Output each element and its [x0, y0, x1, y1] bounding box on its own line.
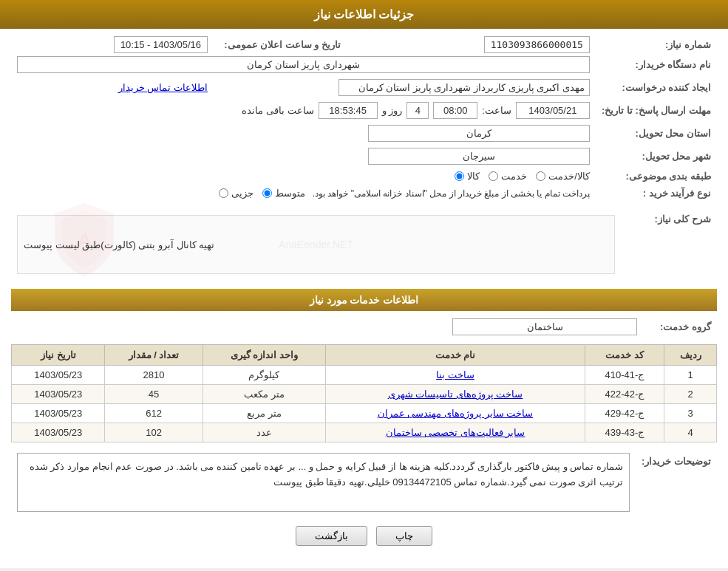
group-service-value: ساختمان: [452, 318, 637, 335]
category-label: طبقه بندی موضوعی:: [596, 168, 717, 185]
announce-date-label: تاریخ و ساعت اعلان عمومی:: [214, 36, 347, 53]
col-row-num: ردیف: [664, 345, 717, 366]
buyer-notes-table: توضیحات خریدار: شماره تماس و پیش فاکتور …: [11, 450, 717, 515]
category-radio-khedmat[interactable]: [489, 171, 498, 181]
col-unit: واحد اندازه گیری: [203, 345, 326, 366]
deadline-time-label: ساعت:: [482, 105, 511, 116]
services-table-header-row: ردیف کد خدمت نام خدمت واحد اندازه گیری ت…: [12, 345, 717, 366]
creator-label: ایجاد کننده درخواست:: [596, 76, 717, 99]
purchase-type-radio-jozi[interactable]: [219, 188, 228, 198]
need-description-label: شرح کلی نیاز:: [621, 208, 717, 281]
purchase-type-row: نوع فرآیند خرید : متوسط جزیی: [11, 185, 717, 202]
creator-row: ایجاد کننده درخواست: مهدی اکبری پاریزی ک…: [11, 76, 717, 99]
cell-row-num: 3: [664, 404, 717, 423]
contact-link-cell: اطلاعات تماس خریدار: [11, 76, 214, 99]
cell-service-name[interactable]: ساخت سایر پروژه‌های مهندسی عمران: [326, 404, 585, 423]
buyer-notes-row: توضیحات خریدار: شماره تماس و پیش فاکتور …: [11, 450, 717, 515]
buyer-org-value-cell: شهرداری پاریز استان کرمان: [11, 53, 596, 76]
group-service-row: گروه خدمت: ساختمان: [11, 315, 717, 338]
purchase-type-note: پرداخت تمام یا بخشی از مبلغ خریدار از مح…: [313, 188, 590, 199]
page-title: جزئیات اطلاعات نیاز: [314, 8, 415, 21]
group-service-value-cell: ساختمان: [11, 315, 643, 338]
need-description-area: A AnaEender.NET تهیه کانال آبرو بتنی (کا…: [17, 215, 615, 274]
button-row: چاپ بازگشت: [11, 526, 717, 546]
province-row: استان محل تحویل: کرمان: [11, 122, 717, 145]
buyer-org-row: نام دستگاه خریدار: شهرداری پاریز استان ک…: [11, 53, 717, 76]
announce-date-cell: 1403/05/16 - 10:15: [11, 36, 214, 53]
table-row: 1 ج-41-410 ساخت بنا کیلوگرم 2810 1403/05…: [12, 366, 717, 385]
info-table: شماره نیاز: 1103093866000015 تاریخ و ساع…: [11, 36, 717, 202]
deadline-remaining: 18:53:45: [319, 102, 378, 119]
group-service-table: گروه خدمت: ساختمان: [11, 315, 717, 338]
cell-quantity: 612: [105, 404, 203, 423]
category-option-kala-khedmat[interactable]: کالا/خدمت: [536, 171, 590, 182]
back-button[interactable]: بازگشت: [296, 526, 367, 546]
need-description-text: تهیه کانال آبرو بتنی (کالورت)طبق لیست پی…: [24, 239, 214, 250]
deadline-details: 1403/05/21 ساعت: 08:00 4 روز و 18:53:45 …: [17, 102, 590, 119]
cell-service-code: ج-43-439: [585, 423, 664, 442]
need-description-table: شرح کلی نیاز: A AnaEender.NET تهیه کا: [11, 208, 717, 281]
deadline-date: 1403/05/21: [516, 102, 590, 119]
content-area: شماره نیاز: 1103093866000015 تاریخ و ساع…: [0, 29, 728, 553]
cell-need-date: 1403/05/23: [12, 404, 105, 423]
category-option-kala[interactable]: کالا: [455, 171, 480, 182]
deadline-label: مهلت ارسال پاسخ: تا تاریخ:: [596, 99, 717, 122]
table-row: 4 ج-43-439 سایر فعالیت‌های تخصصی ساختمان…: [12, 423, 717, 442]
buyer-notes-label: توضیحات خریدار:: [636, 450, 717, 515]
cell-row-num: 4: [664, 423, 717, 442]
purchase-type-option-motavaset[interactable]: متوسط: [262, 188, 305, 199]
creator-value-cell: مهدی اکبری پاریزی کاربرداز شهرداری پاریز…: [214, 76, 596, 99]
city-value-cell: سیرجان: [11, 145, 596, 168]
cell-need-date: 1403/05/23: [12, 385, 105, 404]
category-row: طبقه بندی موضوعی: کالا/خدمت خدمت کالا: [11, 168, 717, 185]
category-option-khedmat[interactable]: خدمت: [489, 171, 527, 182]
purchase-type-label: نوع فرآیند خرید :: [596, 185, 717, 202]
announce-date-value: 1403/05/16 - 10:15: [114, 36, 208, 53]
print-button[interactable]: چاپ: [376, 526, 432, 546]
need-number-row: شماره نیاز: 1103093866000015 تاریخ و ساع…: [11, 36, 717, 53]
cell-unit: عدد: [203, 423, 326, 442]
city-row: شهر محل تحویل: سیرجان: [11, 145, 717, 168]
province-label: استان محل تحویل:: [596, 122, 717, 145]
cell-service-code: ج-42-422: [585, 385, 664, 404]
cell-service-code: ج-42-429: [585, 404, 664, 423]
col-quantity: تعداد / مقدار: [105, 345, 203, 366]
cell-service-name[interactable]: ساخت پروژه‌های تاسیسات شهری: [326, 385, 585, 404]
deadline-remaining-label: ساعت باقی مانده: [242, 105, 313, 116]
need-description-row: شرح کلی نیاز: A AnaEender.NET تهیه کا: [11, 208, 717, 281]
services-table-head: ردیف کد خدمت نام خدمت واحد اندازه گیری ت…: [12, 345, 717, 366]
purchase-type-label-motavaset: متوسط: [275, 188, 305, 199]
category-label-khedmat: خدمت: [501, 171, 527, 182]
col-need-date: تاریخ نیاز: [12, 345, 105, 366]
category-radio-kala[interactable]: [455, 171, 464, 181]
deadline-row: مهلت ارسال پاسخ: تا تاریخ: 1403/05/21 سا…: [11, 99, 717, 122]
contact-link[interactable]: اطلاعات تماس خریدار: [118, 82, 208, 93]
cell-row-num: 2: [664, 385, 717, 404]
cell-need-date: 1403/05/23: [12, 366, 105, 385]
group-service-label: گروه خدمت:: [643, 315, 717, 338]
col-service-name: نام خدمت: [326, 345, 585, 366]
purchase-type-option-jozi[interactable]: جزیی: [219, 188, 254, 199]
deadline-value-cell: 1403/05/21 ساعت: 08:00 4 روز و 18:53:45 …: [11, 99, 596, 122]
buyer-notes-value-cell: شماره تماس و پیش فاکتور بارگذاری گرددد.ک…: [11, 450, 636, 515]
purchase-type-radio-motavaset[interactable]: [262, 188, 272, 198]
services-section-header: اطلاعات خدمات مورد نیاز: [11, 289, 717, 311]
purchase-type-cell: متوسط جزیی پرداخت تمام یا بخشی از مبلغ خ…: [11, 185, 596, 202]
deadline-days-label: روز و: [382, 105, 403, 116]
buyer-org-label: نام دستگاه خریدار:: [596, 53, 717, 76]
cell-service-name[interactable]: سایر فعالیت‌های تخصصی ساختمان: [326, 423, 585, 442]
purchase-type-radio-group: متوسط جزیی: [219, 188, 305, 199]
cell-unit: متر مربع: [203, 404, 326, 423]
cell-service-name[interactable]: ساخت بنا: [326, 366, 585, 385]
city-value: سیرجان: [368, 148, 590, 165]
cell-row-num: 1: [664, 366, 717, 385]
category-label-kala-khedmat: کالا/خدمت: [548, 171, 590, 182]
category-radio-kala-khedmat[interactable]: [536, 171, 545, 181]
cell-quantity: 2810: [105, 366, 203, 385]
category-radio-group: کالا/خدمت خدمت کالا: [455, 171, 590, 182]
buyer-org-value: شهرداری پاریز استان کرمان: [17, 56, 590, 73]
cell-unit: متر مکعب: [203, 385, 326, 404]
category-options-cell: کالا/خدمت خدمت کالا: [11, 168, 596, 185]
page-wrapper: جزئیات اطلاعات نیاز شماره نیاز: 11030938…: [0, 0, 728, 568]
logo-overlay: AnaEender.NET: [279, 239, 353, 250]
